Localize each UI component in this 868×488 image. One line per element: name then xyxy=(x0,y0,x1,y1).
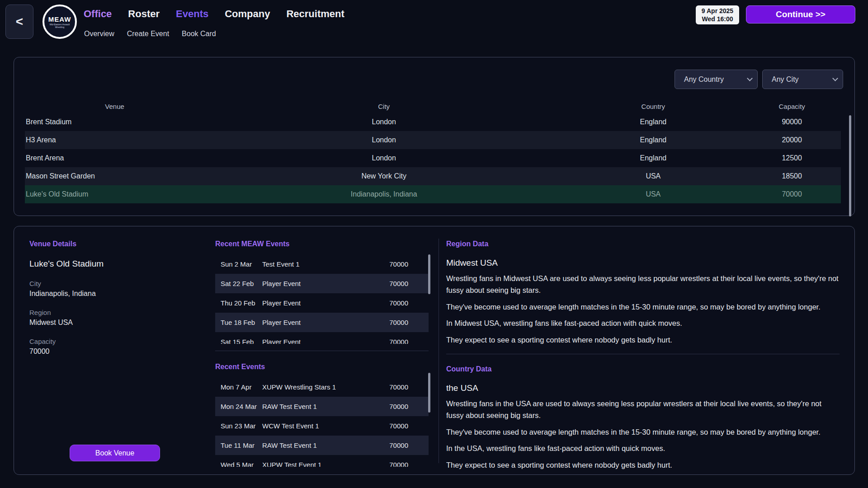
table-row[interactable]: Brent Stadium London England 90000 xyxy=(25,113,841,131)
table-row[interactable]: Brent Arena London England 12500 xyxy=(25,149,841,167)
col-header-capacity: Capacity xyxy=(743,103,841,110)
region-data-title: Region Data xyxy=(446,240,840,248)
capacity-cell: 90000 xyxy=(743,118,841,126)
time-line: Wed 16:00 xyxy=(702,15,733,23)
book-venue-button[interactable]: Book Venue xyxy=(70,445,160,461)
capacity-cell: 20000 xyxy=(743,136,841,144)
meaw-events-scrollbar[interactable] xyxy=(428,254,430,294)
event-name: Player Event xyxy=(262,299,377,307)
list-item[interactable]: Sun 2 Mar Test Event 1 70000 xyxy=(215,254,429,274)
event-date: Sun 23 Mar xyxy=(221,422,262,430)
list-item[interactable]: Tue 11 Mar RAW Test Event 1 70000 xyxy=(215,436,429,455)
venue-details-title: Venue Details xyxy=(29,240,201,248)
nav-roster[interactable]: Roster xyxy=(128,8,160,20)
event-name: Player Event xyxy=(262,319,377,326)
country-paragraph: They expect to see a sporting contest wh… xyxy=(446,459,840,471)
event-name: Player Event xyxy=(262,338,377,344)
venue-info-column: Venue Details Luke's Old Stadium City In… xyxy=(29,240,201,356)
nav-company[interactable]: Company xyxy=(225,8,270,20)
region-paragraph: In Midwest USA, wrestling fans like fast… xyxy=(446,317,840,329)
recent-events-title: Recent Events xyxy=(215,363,429,371)
recent-events-scrollbar[interactable] xyxy=(428,373,430,413)
list-item[interactable]: Mon 24 Mar RAW Test Event 1 70000 xyxy=(215,397,429,416)
subnav-book-card[interactable]: Book Card xyxy=(182,30,216,38)
column-divider xyxy=(439,239,439,463)
nav-events[interactable]: Events xyxy=(176,8,208,20)
section-divider xyxy=(446,354,840,354)
country-name: the USA xyxy=(446,383,840,393)
back-button[interactable]: < xyxy=(5,5,33,39)
venue-table-header: Venue City Country Capacity xyxy=(25,99,841,113)
city-filter-value: Any City xyxy=(772,75,799,84)
city-cell: Indianapolis, Indiana xyxy=(204,190,563,198)
list-item[interactable]: Wed 5 Mar XUPW Test Event 1 70000 xyxy=(215,455,429,467)
venues-panel: Any Country Any City Venue City Country … xyxy=(14,57,855,216)
event-name: XUPW Test Event 1 xyxy=(262,461,377,467)
capacity-label: Capacity xyxy=(29,338,201,345)
nav-recruitment[interactable]: Recruitment xyxy=(286,8,344,20)
nav-office[interactable]: Office xyxy=(84,8,112,20)
region-paragraph: They've become used to average length ma… xyxy=(446,301,840,313)
list-item[interactable]: Tue 18 Feb Player Event 70000 xyxy=(215,313,429,332)
venue-table: Venue City Country Capacity Brent Stadiu… xyxy=(25,99,841,203)
table-row[interactable]: Mason Street Garden New York City USA 18… xyxy=(25,167,841,185)
region-value: Midwest USA xyxy=(29,319,201,327)
sub-nav: Overview Create Event Book Card xyxy=(84,30,216,38)
book-venue-label: Book Venue xyxy=(95,449,134,457)
event-date: Tue 11 Mar xyxy=(221,441,262,449)
event-date: Mon 7 Apr xyxy=(221,383,262,391)
subnav-create-event[interactable]: Create Event xyxy=(127,30,169,38)
country-filter-dropdown[interactable]: Any Country xyxy=(675,70,758,89)
venue-cell: Mason Street Garden xyxy=(25,172,204,180)
meaw-events-list: Sun 2 Mar Test Event 1 70000 Sat 22 Feb … xyxy=(215,254,429,344)
event-name: XUPW Wrestling Stars 1 xyxy=(262,383,377,391)
list-item[interactable]: Sun 23 Mar WCW Test Event 1 70000 xyxy=(215,416,429,436)
table-row[interactable]: H3 Arena London England 20000 xyxy=(25,131,841,149)
list-item[interactable]: Mon 7 Apr XUPW Wrestling Stars 1 70000 xyxy=(215,377,429,397)
event-attendance: 70000 xyxy=(377,319,408,326)
venue-name: Luke's Old Stadium xyxy=(29,259,201,269)
col-header-city: City xyxy=(204,103,563,110)
col-header-venue: Venue xyxy=(25,103,204,110)
region-name: Midwest USA xyxy=(446,258,840,268)
list-item[interactable]: Sat 15 Feb Player Event 70000 xyxy=(215,332,429,344)
meaw-events-title: Recent MEAW Events xyxy=(215,240,429,248)
table-row-selected[interactable]: Luke's Old Stadium Indianapolis, Indiana… xyxy=(25,185,841,203)
country-data-title: Country Data xyxy=(446,365,840,373)
venue-cell: Luke's Old Stadium xyxy=(25,190,204,198)
city-filter-dropdown[interactable]: Any City xyxy=(762,70,843,89)
country-cell: England xyxy=(563,136,743,144)
city-cell: New York City xyxy=(204,172,563,180)
capacity-cell: 70000 xyxy=(743,190,841,198)
list-item[interactable]: Thu 20 Feb Player Event 70000 xyxy=(215,293,429,313)
region-paragraph: Wrestling fans in Midwest USA are used t… xyxy=(446,272,840,296)
main-nav: Office Roster Events Company Recruitment xyxy=(84,8,344,20)
country-filter-value: Any Country xyxy=(684,75,724,84)
table-scrollbar[interactable] xyxy=(849,115,851,216)
country-paragraph: In the USA, wrestling fans like fast-pac… xyxy=(446,442,840,454)
region-country-column: Region Data Midwest USA Wrestling fans i… xyxy=(446,240,840,471)
venue-filters: Any Country Any City xyxy=(675,70,843,89)
event-name: WCW Test Event 1 xyxy=(262,422,377,430)
event-attendance: 70000 xyxy=(377,441,408,449)
logo-text: MEAW xyxy=(48,15,71,23)
event-attendance: 70000 xyxy=(377,403,408,410)
top-bar: < MEAW Mid-Eastern Assault Wrestling Off… xyxy=(0,0,868,45)
event-date: Mon 24 Mar xyxy=(221,403,262,410)
game-date-display: 9 Apr 2025 Wed 16:00 xyxy=(696,5,739,24)
event-name: RAW Test Event 1 xyxy=(262,403,377,410)
venue-cell: Brent Arena xyxy=(25,154,204,162)
col-header-country: Country xyxy=(563,103,743,110)
continue-button[interactable]: Continue >> xyxy=(746,5,855,23)
list-item[interactable]: Sat 22 Feb Player Event 70000 xyxy=(215,274,429,293)
continue-label: Continue >> xyxy=(776,9,826,19)
event-date: Tue 18 Feb xyxy=(221,319,262,326)
venue-details-panel: Venue Details Luke's Old Stadium City In… xyxy=(14,226,855,475)
date-line: 9 Apr 2025 xyxy=(702,7,733,15)
city-cell: London xyxy=(204,136,563,144)
city-label: City xyxy=(29,280,201,287)
events-column: Recent MEAW Events Sun 2 Mar Test Event … xyxy=(215,240,429,467)
subnav-overview[interactable]: Overview xyxy=(84,30,114,38)
event-attendance: 70000 xyxy=(377,260,408,268)
city-cell: London xyxy=(204,154,563,162)
